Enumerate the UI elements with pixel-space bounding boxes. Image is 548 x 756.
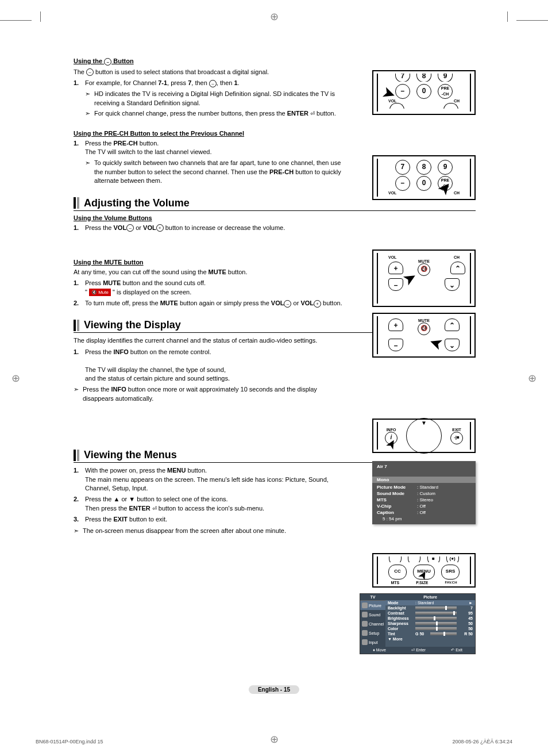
menu-row-key: Brightness: [388, 616, 413, 620]
remote-vol-label: VOL: [388, 191, 396, 195]
osd-val: : Stereo: [417, 497, 471, 502]
section-dash-button: Using the – Button The – button is used …: [74, 57, 344, 118]
osd-row: Sound Mode: Custom: [372, 490, 476, 497]
remote-num-button: 9: [438, 160, 453, 175]
remote-dash-button: –: [395, 176, 410, 191]
list-number: 1.: [74, 279, 85, 297]
osd-sound-type: Mono: [372, 477, 476, 483]
remote-num-button: 9: [438, 74, 453, 82]
list-item: 1. For example, for Channel 7-1, press 7…: [74, 79, 344, 87]
menu-sidebar: TV PictureSoundChannelSetupInput: [360, 594, 385, 647]
list-number: 1.: [74, 224, 85, 232]
remote-ch-label: CH: [454, 255, 460, 259]
note-item: ➣ For quick channel change, press the nu…: [85, 109, 344, 118]
remote-mute-label: MUTE: [415, 318, 433, 323]
menu-tint-left: G 50: [415, 632, 428, 636]
menu-row: Color50: [385, 626, 475, 631]
note-arrow-icon: ➣: [85, 90, 94, 108]
numbered-list: 1. For example, for Channel 7-1, press 7…: [74, 79, 344, 87]
menu-slider: [415, 627, 457, 630]
remote-vol-down-button: –: [388, 278, 403, 291]
menu-enter-hint: ⏎ Enter: [411, 648, 426, 653]
menu-row-key: Color: [388, 627, 413, 631]
list-number: 1.: [74, 139, 85, 157]
numbered-list: 1. Press the VOL– or VOL+ button to incr…: [74, 224, 344, 232]
page-number: English - 15: [249, 685, 299, 694]
menu-row: Backlight7: [385, 605, 475, 611]
menu-side-item: Sound: [360, 610, 385, 619]
menu-row-val: : Standard: [415, 601, 466, 605]
menu-row-key: Contrast: [388, 611, 413, 615]
menu-main: Picture Mode: Standard►Backlight7Contras…: [385, 594, 475, 647]
remote-exit-label: EXIT: [448, 428, 465, 432]
menu-row: Mode: Standard►: [385, 600, 475, 605]
mute-badge: 🔇 Mute: [89, 289, 111, 296]
page-content: Using the – Button The – button is used …: [74, 57, 476, 537]
menu-side-item: Input: [360, 638, 385, 647]
menu-side-icon: [362, 630, 368, 636]
list-item: 2. Press the ▲ or ▼ button to select one…: [74, 495, 344, 513]
enter-icon: ⏎: [152, 505, 157, 513]
menu-side-item: Channel: [360, 619, 385, 628]
remote-stop-button: ■: [427, 557, 440, 562]
menu-slider: [415, 622, 457, 625]
remote-mute-label: MUTE: [415, 259, 433, 263]
remote-num-button: 8: [416, 160, 431, 175]
remote-diagram: + MUTE 🔇 ⌃ – ⌄ ➤: [372, 313, 476, 358]
remote-zero-button: 0: [416, 176, 431, 191]
body-text: The – button is used to select stations …: [74, 68, 344, 76]
list-number: 1.: [74, 79, 85, 87]
osd-time: 5 : 54 pm: [383, 516, 402, 521]
remote-zero-button: 0: [416, 84, 431, 99]
menu-row: Sharpness50: [385, 621, 475, 626]
note-arrow-icon: ➣: [85, 159, 94, 185]
remote-srs-button: SRS: [441, 565, 460, 580]
menu-side-item: Picture: [360, 601, 385, 610]
list-number: 2.: [74, 495, 85, 513]
remote-ch-up-button: ⌃: [450, 262, 465, 274]
menu-row-key: Mode: [388, 601, 413, 605]
note-item: ➣ The on-screen menus disappear from the…: [74, 527, 344, 535]
menu-side-label: Input: [369, 640, 378, 644]
menu-side-label: Channel: [369, 622, 384, 626]
osd-val: : Off: [417, 510, 471, 515]
minus-icon: –: [126, 224, 134, 232]
manual-page: ⊕ ⊕ ⊕ ⊕ Using the – Button The – button …: [0, 0, 548, 756]
remote-up-button: ▼: [421, 420, 427, 426]
list-item: 1. Press MUTE button and the sound cuts …: [74, 279, 344, 297]
remote-ch-up-button: [443, 103, 458, 109]
list-item: 1. Press the VOL– or VOL+ button to incr…: [74, 224, 344, 232]
osd-key: MTS: [377, 497, 417, 502]
numbered-list: 1. With the power on, press the MENU but…: [74, 466, 344, 524]
remote-ch-label: CH: [454, 191, 460, 195]
osd-row: Picture Mode: Standard: [372, 484, 476, 490]
menu-row-val: R 50: [459, 632, 473, 636]
remote-num-button: 7: [395, 160, 410, 175]
crop-mark-icon: [40, 11, 41, 22]
doc-footer-right: 2008-05-26 ¿ÀÈÄ 6:34:24: [452, 739, 512, 745]
minus-icon: –: [284, 300, 291, 308]
menu-row-key: Tint: [388, 632, 413, 636]
remote-vol-down-button: –: [388, 339, 403, 351]
numbered-list: 1. Press the INFO button on the remote c…: [74, 348, 344, 383]
remote-ch-up-button: ⌃: [445, 318, 460, 331]
list-item: 1. Press the INFO button on the remote c…: [74, 348, 344, 383]
crop-mark-icon: [0, 20, 32, 21]
remote-ch-down-button: ⌄: [445, 278, 460, 291]
osd-row: Caption: Off: [372, 509, 476, 516]
remote-diagram: INFO i ▼ EXIT -|■ ➤: [372, 419, 476, 453]
note-item: ➣ To quickly switch between two channels…: [85, 159, 344, 185]
remote-info-label: INFO: [383, 428, 400, 432]
callout-arrow-icon: ➤: [426, 332, 445, 355]
note-arrow-icon: ➣: [74, 385, 83, 403]
osd-val: : Standard: [417, 485, 471, 490]
list-number: 2.: [74, 299, 85, 308]
menu-title: Picture: [385, 594, 475, 600]
note-arrow-icon: ➣: [74, 527, 83, 535]
menu-row-val: 95: [459, 611, 473, 615]
remote-vol-up-button: +: [388, 318, 403, 331]
menu-row-val: 50: [459, 627, 473, 631]
remote-rec-button: (●): [446, 557, 459, 562]
osd-val: : Custom: [417, 491, 471, 496]
menu-row-key: Backlight: [388, 606, 413, 610]
